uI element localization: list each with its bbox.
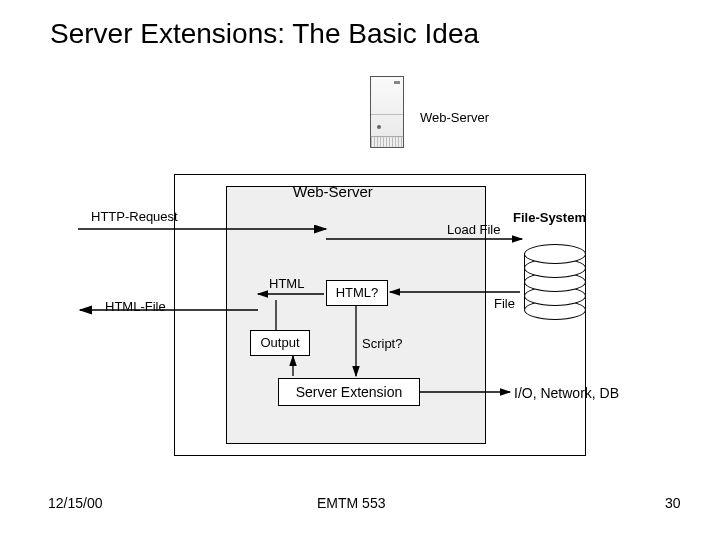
server-extension-box: Server Extension <box>278 378 420 406</box>
io-network-db-label: I/O, Network, DB <box>514 385 619 401</box>
web-server-label-inner: Web-Server <box>293 183 373 200</box>
script-question-label: Script? <box>362 336 402 351</box>
footer-date: 12/15/00 <box>48 495 103 511</box>
file-system-label: File-System <box>513 210 586 225</box>
web-server-label-top: Web-Server <box>420 110 489 125</box>
load-file-label: Load File <box>447 222 500 237</box>
slide-title: Server Extensions: The Basic Idea <box>50 18 479 50</box>
html-question-box: HTML? <box>326 280 388 306</box>
html-file-label: HTML-File <box>105 299 166 314</box>
html-label: HTML <box>269 276 304 291</box>
footer-course: EMTM 553 <box>317 495 385 511</box>
footer-page-number: 30 <box>665 495 681 511</box>
output-box: Output <box>250 330 310 356</box>
server-tower-icon <box>370 76 404 148</box>
database-stack-icon <box>524 244 584 318</box>
file-label: File <box>494 296 515 311</box>
http-request-label: HTTP-Request <box>91 209 178 224</box>
